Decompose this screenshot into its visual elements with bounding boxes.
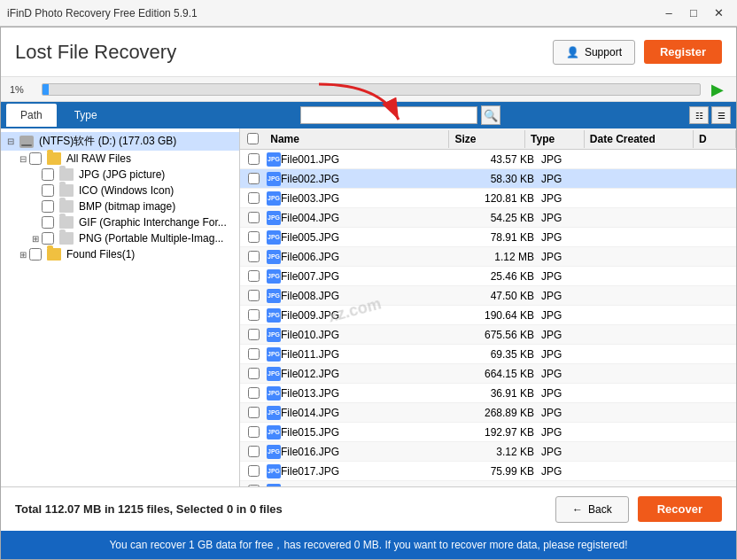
tree-toggle-icon[interactable]: ⊟ xyxy=(17,152,29,165)
row-checkbox[interactable] xyxy=(248,212,260,223)
row-checkbox[interactable] xyxy=(248,173,260,184)
header-size[interactable]: Size xyxy=(449,130,525,148)
tree-item[interactable]: JPG (JPG picture) xyxy=(1,167,239,183)
table-row[interactable]: JPGFile009.JPG190.64 KBJPG xyxy=(240,306,736,325)
header-type[interactable]: Type xyxy=(525,130,585,148)
table-row[interactable]: JPGFile003.JPG120.81 KBJPG xyxy=(240,189,736,208)
progress-area: 1% ▶ xyxy=(1,77,736,102)
register-button[interactable]: Register xyxy=(644,40,722,64)
tab-type[interactable]: Type xyxy=(60,104,112,127)
file-type-icon: JPG xyxy=(267,308,281,323)
file-type: JPG xyxy=(541,309,603,322)
table-row[interactable]: JPGFile010.JPG675.56 KBJPG xyxy=(240,325,736,345)
recover-button[interactable]: Recover xyxy=(638,496,722,522)
list-view-button[interactable]: ☰ xyxy=(711,106,731,124)
row-check-col xyxy=(240,368,267,379)
row-check-col xyxy=(240,192,267,204)
tree-toggle-icon[interactable]: ⊟ xyxy=(4,136,17,148)
table-row[interactable]: JPGFile017.JPG75.99 KBJPG xyxy=(240,462,736,481)
tree-toggle-icon[interactable] xyxy=(29,200,42,213)
file-type: JPG xyxy=(541,465,603,478)
maximize-button[interactable]: □ xyxy=(682,4,705,22)
tree-checkbox[interactable] xyxy=(42,184,54,197)
status-text: Total 112.07 MB in 1215 files, Selected … xyxy=(15,502,283,516)
row-checkbox[interactable] xyxy=(248,426,260,438)
table-row[interactable]: JPGFile002.JPG58.30 KBJPG xyxy=(240,169,736,189)
tree-item[interactable]: ⊟(NTFS)软件 (D:) (177.03 GB) xyxy=(1,132,239,151)
row-checkbox[interactable] xyxy=(248,329,260,340)
row-checkbox[interactable] xyxy=(248,446,260,457)
tree-toggle-icon[interactable]: ⊞ xyxy=(17,248,29,261)
back-button[interactable]: ← Back xyxy=(555,496,629,523)
close-button[interactable]: ✕ xyxy=(707,4,730,22)
toolbar: Path Type 🔍 ☷ ☰ xyxy=(1,102,736,128)
table-row[interactable]: JPGFile013.JPG36.91 KBJPG xyxy=(240,384,736,403)
tree-toggle-icon[interactable] xyxy=(29,184,42,197)
minimize-button[interactable]: – xyxy=(657,4,680,22)
tree-item[interactable]: ⊞Found Files(1) xyxy=(1,246,239,262)
table-row[interactable]: JPGFile007.JPG25.46 KBJPG xyxy=(240,267,736,286)
table-row[interactable]: JPGFile014.JPG268.89 KBJPG xyxy=(240,403,736,423)
table-row[interactable]: JPGFile001.JPG43.57 KBJPG xyxy=(240,150,736,169)
header-name[interactable]: Name xyxy=(265,130,449,148)
support-button[interactable]: 👤 Support xyxy=(553,40,635,65)
tree-item-label: ICO (Windows Icon) xyxy=(79,184,174,197)
search-button[interactable]: 🔍 xyxy=(481,105,500,125)
play-button[interactable]: ▶ xyxy=(708,80,727,99)
header-date[interactable]: Date Created xyxy=(585,130,694,148)
tree-checkbox[interactable] xyxy=(42,200,54,213)
tree-checkbox[interactable] xyxy=(42,216,54,229)
header-d[interactable]: D xyxy=(694,130,736,148)
tree-toggle-icon[interactable] xyxy=(29,168,42,181)
header-check-col xyxy=(240,133,265,144)
row-checkbox[interactable] xyxy=(248,309,260,321)
tree-checkbox[interactable] xyxy=(42,232,54,245)
main-window: Lost File Recovery 👤 Support Register 1%… xyxy=(0,27,737,560)
tree-item[interactable]: BMP (bitmap image) xyxy=(1,198,239,214)
search-input[interactable] xyxy=(300,106,477,124)
tree-item[interactable]: ICO (Windows Icon) xyxy=(1,183,239,198)
table-row[interactable]: JPGFile016.JPG3.12 KBJPG xyxy=(240,442,736,462)
file-name: File017.JPG xyxy=(281,465,458,478)
table-row[interactable]: JPGFile015.JPG192.97 KBJPG xyxy=(240,423,736,442)
file-type-icon: JPG xyxy=(267,406,281,420)
tree-item-label: (NTFS)软件 (D:) (177.03 GB) xyxy=(39,134,176,149)
row-checkbox[interactable] xyxy=(248,153,260,165)
tree-checkbox[interactable] xyxy=(29,248,42,261)
row-checkbox[interactable] xyxy=(248,290,260,301)
file-size: 43.57 KB xyxy=(462,153,541,166)
table-row[interactable]: JPGFile011.JPG69.35 KBJPG xyxy=(240,345,736,364)
row-checkbox[interactable] xyxy=(248,251,260,262)
row-checkbox[interactable] xyxy=(248,348,260,360)
file-size: 58.30 KB xyxy=(462,173,541,185)
file-size: 75.99 KB xyxy=(462,465,541,478)
row-checkbox[interactable] xyxy=(248,231,260,243)
tree-item[interactable]: ⊞PNG (Portable Multiple-Imag... xyxy=(1,230,239,246)
tree-item[interactable]: ⊟All RAW Files xyxy=(1,151,239,167)
tree-item[interactable]: GIF (Graphic Interchange For... xyxy=(1,214,239,230)
select-all-checkbox[interactable] xyxy=(247,133,259,144)
row-checkbox[interactable] xyxy=(248,465,260,477)
table-row[interactable]: JPGFile004.JPG54.25 KBJPG xyxy=(240,208,736,228)
tree-toggle-icon[interactable] xyxy=(29,216,42,229)
row-checkbox[interactable] xyxy=(248,368,260,379)
table-row[interactable]: JPGFile012.JPG664.15 KBJPG xyxy=(240,364,736,384)
table-row[interactable]: JPGFile006.JPG1.12 MBJPG xyxy=(240,247,736,267)
file-tree[interactable]: ⊟(NTFS)软件 (D:) (177.03 GB)⊟All RAW Files… xyxy=(1,128,240,486)
table-row[interactable]: JPGFile008.JPG47.50 KBJPG xyxy=(240,286,736,306)
row-checkbox[interactable] xyxy=(248,270,260,282)
row-checkbox[interactable] xyxy=(248,192,260,204)
row-checkbox[interactable] xyxy=(248,387,260,399)
table-row[interactable]: JPGFile005.JPG78.91 KBJPG xyxy=(240,228,736,247)
file-list[interactable]: Name Size Type Date Created D JPGFile001… xyxy=(240,128,736,486)
grid-view-button[interactable]: ☷ xyxy=(689,106,709,124)
file-type-icon: JPG xyxy=(267,269,281,284)
row-checkbox[interactable] xyxy=(248,407,260,418)
tree-checkbox[interactable] xyxy=(29,152,42,165)
file-type: JPG xyxy=(541,290,603,302)
tab-path[interactable]: Path xyxy=(6,104,57,127)
header-actions: 👤 Support Register xyxy=(553,40,722,65)
tree-checkbox[interactable] xyxy=(42,168,54,181)
tree-toggle-icon[interactable]: ⊞ xyxy=(29,232,42,245)
tree-item-label: All RAW Files xyxy=(66,152,131,165)
